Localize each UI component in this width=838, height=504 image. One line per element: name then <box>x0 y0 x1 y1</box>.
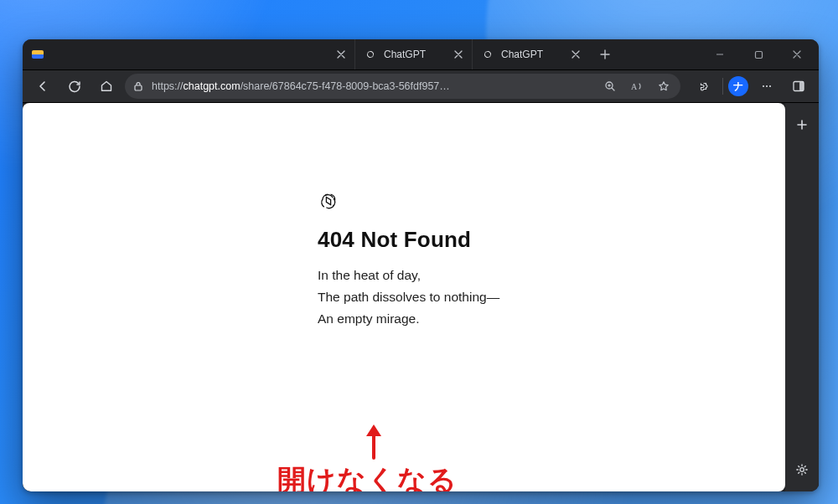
openai-icon <box>364 48 377 61</box>
annotation-arrow-icon <box>363 421 385 460</box>
badge-icon <box>32 50 44 59</box>
error-line-1: In the heat of day, <box>318 265 499 286</box>
svg-rect-3 <box>135 85 142 90</box>
svg-point-6 <box>763 85 764 87</box>
maximize-button[interactable] <box>740 41 777 68</box>
error-heading: 404 Not Found <box>318 227 499 253</box>
title-bar: ChatGPT ChatGPT <box>23 39 819 69</box>
address-bar[interactable]: https://chatgpt.com/share/67864c75-f478-… <box>125 74 680 99</box>
profile-avatar[interactable]: ナ <box>728 76 748 96</box>
tab-strip: ChatGPT ChatGPT <box>53 39 701 69</box>
svg-rect-2 <box>755 51 762 58</box>
svg-marker-11 <box>326 197 330 204</box>
webpage-view: 404 Not Found In the heat of day, The pa… <box>23 103 785 491</box>
svg-rect-10 <box>799 82 804 91</box>
svg-point-7 <box>766 85 768 87</box>
extensions-icon[interactable] <box>691 73 717 100</box>
separator <box>722 78 723 95</box>
more-icon[interactable] <box>753 73 780 100</box>
annotation-text: 開けなくなる <box>277 461 458 491</box>
window-controls <box>701 41 819 68</box>
settings-icon[interactable] <box>789 456 815 483</box>
refresh-button[interactable] <box>61 73 88 100</box>
svg-text:A: A <box>631 82 638 91</box>
tab-2[interactable]: ChatGPT <box>354 39 472 69</box>
navigation-toolbar: https://chatgpt.com/share/67864c75-f478-… <box>23 69 819 103</box>
lock-icon <box>132 80 145 93</box>
error-line-3: An empty mirage. <box>318 308 499 330</box>
tab-3[interactable]: ChatGPT <box>472 39 589 69</box>
url-path: /share/67864c75-f478-8009-bca3-56fdf957… <box>241 80 450 92</box>
browser-window: ChatGPT ChatGPT <box>23 39 819 491</box>
openai-icon <box>318 190 339 212</box>
read-aloud-icon[interactable]: A <box>627 76 647 96</box>
error-block: 404 Not Found In the heat of day, The pa… <box>318 190 499 491</box>
window-icon <box>23 50 53 59</box>
close-icon[interactable] <box>450 46 467 63</box>
url-scheme: https:// <box>152 80 184 92</box>
window-close-button[interactable] <box>779 41 815 68</box>
back-button[interactable] <box>29 73 56 100</box>
close-icon[interactable] <box>333 46 349 63</box>
tab-label: ChatGPT <box>501 49 561 60</box>
content-area: 404 Not Found In the heat of day, The pa… <box>23 103 819 491</box>
svg-point-8 <box>769 85 771 87</box>
url-host: chatgpt.com <box>184 80 241 92</box>
tab-1[interactable] <box>53 39 354 69</box>
new-tab-button[interactable] <box>592 42 618 67</box>
home-button[interactable] <box>93 73 120 100</box>
tab-label: ChatGPT <box>384 49 443 60</box>
zoom-icon[interactable] <box>600 76 620 96</box>
svg-point-12 <box>800 468 804 472</box>
avatar-initial: ナ <box>733 80 743 94</box>
sidebar-toggle-icon[interactable] <box>785 73 812 100</box>
sidebar-add-icon[interactable] <box>789 111 815 138</box>
edge-sidebar <box>785 103 819 491</box>
url-text: https://chatgpt.com/share/67864c75-f478-… <box>152 80 593 92</box>
close-icon[interactable] <box>567 46 584 63</box>
toolbar-right: ナ <box>691 73 812 100</box>
error-line-2: The path dissolves to nothing— <box>318 286 499 308</box>
favorite-icon[interactable] <box>654 76 674 96</box>
openai-icon <box>481 48 494 61</box>
minimize-button[interactable] <box>701 41 738 68</box>
